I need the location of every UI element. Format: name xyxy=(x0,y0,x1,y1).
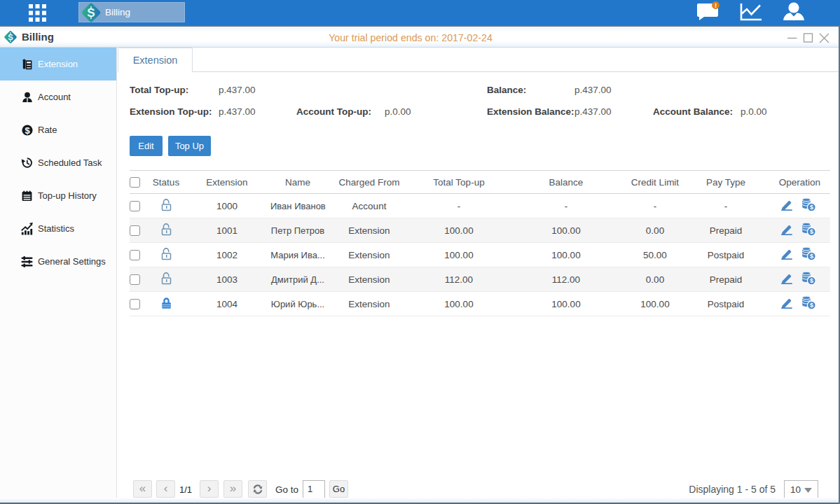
svg-text:$: $ xyxy=(809,253,813,260)
svg-text:$: $ xyxy=(809,204,813,211)
svg-text:$: $ xyxy=(809,228,813,235)
svg-text:$: $ xyxy=(809,277,813,284)
svg-text:$: $ xyxy=(25,125,30,135)
svg-text:$: $ xyxy=(809,302,813,309)
svg-text:!: ! xyxy=(715,1,717,9)
